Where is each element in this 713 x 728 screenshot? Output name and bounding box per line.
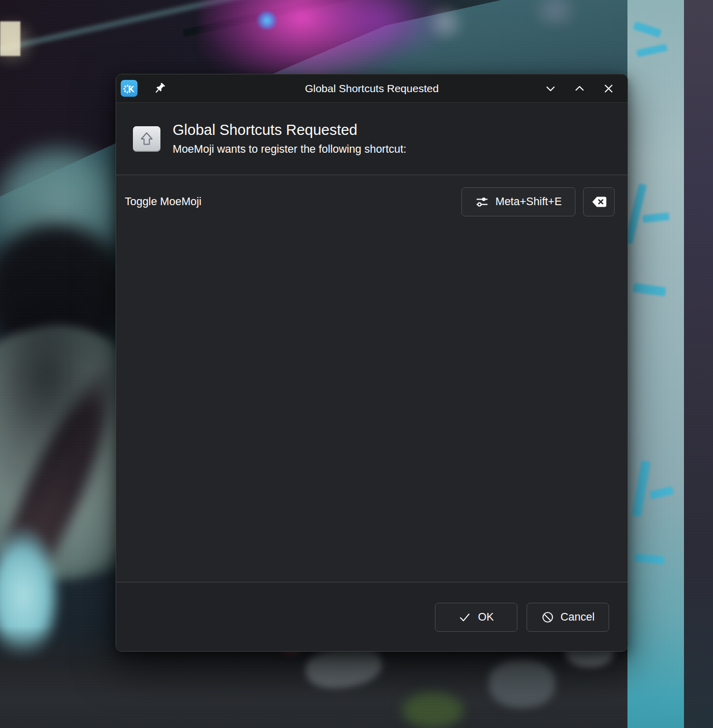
dialog-footer: OK Cancel: [116, 582, 627, 651]
ok-label: OK: [478, 611, 493, 624]
kde-logo-icon: K: [121, 80, 138, 97]
shortcut-row: Toggle MoeMoji Meta+Shift+E: [125, 187, 615, 216]
pin-button[interactable]: [151, 80, 168, 97]
ok-button[interactable]: OK: [435, 603, 517, 632]
clear-shortcut-button[interactable]: [583, 187, 615, 216]
svg-text:K: K: [128, 85, 134, 94]
dialog-header: Global Shortcuts Requested MoeMoji wants…: [116, 103, 627, 175]
titlebar[interactable]: K Global Shortcuts Requested: [116, 74, 627, 103]
dialog-content: Toggle MoeMoji Meta+Shift+E: [116, 175, 627, 582]
close-x-icon: [602, 82, 615, 95]
sliders-icon: [475, 195, 489, 209]
chevron-up-icon: [573, 82, 586, 95]
shortcut-action-label: Toggle MoeMoji: [125, 195, 202, 208]
pin-icon: [153, 82, 166, 95]
window-controls: [543, 81, 616, 96]
backspace-icon: [591, 195, 607, 208]
cancel-button[interactable]: Cancel: [527, 603, 609, 632]
checkmark-icon: [458, 611, 471, 624]
keybinding-text: Meta+Shift+E: [496, 195, 562, 208]
dialog-subtitle: MoeMoji wants to register the following …: [173, 143, 406, 156]
maximize-button[interactable]: [572, 81, 587, 96]
dialog-header-text: Global Shortcuts Requested MoeMoji wants…: [173, 122, 406, 156]
cancel-label: Cancel: [561, 611, 595, 624]
chevron-down-icon: [544, 82, 557, 95]
global-shortcuts-dialog: K Global Shortcuts Requested: [116, 74, 628, 652]
cancel-circle-icon: [541, 611, 554, 624]
dialog-title: Global Shortcuts Requested: [173, 122, 406, 138]
desktop: K Global Shortcuts Requested: [0, 0, 713, 728]
shortcut-keybinding-button[interactable]: Meta+Shift+E: [461, 187, 575, 216]
shortcut-row-actions: Meta+Shift+E: [461, 187, 615, 216]
close-button[interactable]: [601, 81, 616, 96]
minimize-button[interactable]: [543, 81, 558, 96]
shift-key-icon: [133, 126, 160, 152]
